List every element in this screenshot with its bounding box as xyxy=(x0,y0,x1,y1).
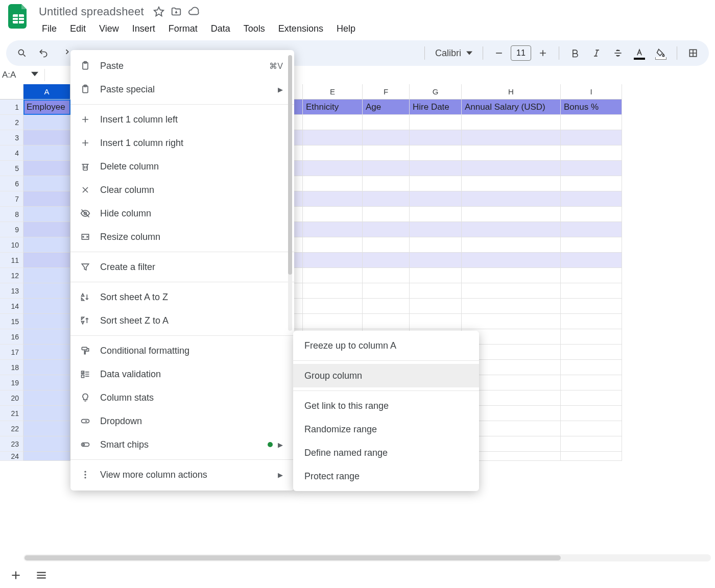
cell[interactable] xyxy=(561,237,622,253)
cell[interactable] xyxy=(462,176,561,191)
row-header[interactable]: 14 xyxy=(0,299,23,314)
cell[interactable] xyxy=(561,253,622,268)
cell[interactable] xyxy=(363,207,410,222)
ctx-resize-column[interactable]: Resize column xyxy=(70,225,294,249)
cell[interactable]: Annual Salary (USD) xyxy=(462,100,561,115)
cell[interactable] xyxy=(363,237,410,253)
sub-define-named-range[interactable]: Define named range xyxy=(293,441,479,464)
cell[interactable] xyxy=(363,253,410,268)
cell[interactable] xyxy=(410,314,462,329)
borders-icon[interactable] xyxy=(684,44,702,62)
add-sheet-icon[interactable] xyxy=(9,569,22,582)
cell[interactable] xyxy=(410,145,462,161)
row-header[interactable]: 6 xyxy=(0,176,23,191)
cell[interactable] xyxy=(303,207,363,222)
row-header[interactable]: 1 xyxy=(0,100,23,115)
search-icon[interactable] xyxy=(13,44,31,62)
sub-get-link[interactable]: Get link to this range xyxy=(293,394,479,418)
cell[interactable] xyxy=(23,345,70,360)
cell[interactable] xyxy=(303,253,363,268)
menu-insert[interactable]: Insert xyxy=(126,20,161,37)
cell[interactable] xyxy=(410,191,462,207)
cell[interactable] xyxy=(23,161,70,176)
cell[interactable] xyxy=(303,268,363,283)
ctx-hide-column[interactable]: Hide column xyxy=(70,202,294,225)
row-header[interactable]: 4 xyxy=(0,145,23,161)
cell[interactable] xyxy=(561,345,622,360)
cell[interactable] xyxy=(462,283,561,299)
ctx-insert-left[interactable]: Insert 1 column left xyxy=(70,108,294,131)
menu-scrollbar[interactable] xyxy=(288,55,292,331)
ctx-smart-chips[interactable]: Smart chips ▶ xyxy=(70,433,294,456)
cell[interactable] xyxy=(303,115,363,130)
ctx-delete-column[interactable]: Delete column xyxy=(70,155,294,178)
cell[interactable] xyxy=(561,452,622,461)
cell[interactable] xyxy=(462,115,561,130)
cell[interactable] xyxy=(561,161,622,176)
cell[interactable] xyxy=(303,237,363,253)
menu-data[interactable]: Data xyxy=(205,20,236,37)
cell[interactable] xyxy=(23,314,70,329)
cell[interactable] xyxy=(462,253,561,268)
row-header[interactable]: 3 xyxy=(0,130,23,145)
cell[interactable] xyxy=(23,299,70,314)
cell[interactable] xyxy=(23,222,70,237)
cell[interactable]: Hire Date xyxy=(410,100,462,115)
cell[interactable] xyxy=(561,207,622,222)
cell[interactable] xyxy=(303,176,363,191)
column-header-g[interactable]: G xyxy=(410,84,462,100)
row-header[interactable]: 20 xyxy=(0,390,23,406)
column-header-a[interactable]: A xyxy=(23,84,70,100)
row-header[interactable]: 23 xyxy=(0,436,23,452)
cell[interactable] xyxy=(561,329,622,345)
cell[interactable] xyxy=(410,237,462,253)
cell[interactable] xyxy=(23,115,70,130)
menu-view[interactable]: View xyxy=(93,20,125,37)
cell[interactable] xyxy=(462,145,561,161)
font-selector[interactable]: Calibri xyxy=(432,48,475,59)
cell[interactable] xyxy=(23,360,70,375)
row-header[interactable]: 21 xyxy=(0,406,23,421)
ctx-view-more-actions[interactable]: View more column actions ▶ xyxy=(70,463,294,486)
cell[interactable] xyxy=(561,314,622,329)
row-header[interactable]: 12 xyxy=(0,268,23,283)
row-header[interactable]: 19 xyxy=(0,375,23,390)
ctx-create-filter[interactable]: Create a filter xyxy=(70,255,294,279)
cell[interactable] xyxy=(303,222,363,237)
menu-edit[interactable]: Edit xyxy=(64,20,92,37)
cell[interactable] xyxy=(462,191,561,207)
cell[interactable] xyxy=(23,375,70,390)
cell[interactable] xyxy=(410,176,462,191)
ctx-sort-az[interactable]: Sort sheet A to Z xyxy=(70,285,294,309)
ctx-paste-special[interactable]: Paste special ▶ xyxy=(70,78,294,101)
ctx-sort-za[interactable]: Sort sheet Z to A xyxy=(70,309,294,332)
sheets-logo-icon[interactable] xyxy=(6,4,31,29)
cell[interactable] xyxy=(303,161,363,176)
cell[interactable] xyxy=(462,161,561,176)
font-size-input[interactable]: 11 xyxy=(511,45,531,61)
ctx-conditional-formatting[interactable]: Conditional formatting xyxy=(70,339,294,362)
strikethrough-icon[interactable] xyxy=(609,44,627,62)
ctx-column-stats[interactable]: Column stats xyxy=(70,386,294,409)
menu-file[interactable]: File xyxy=(36,20,63,37)
cell[interactable] xyxy=(561,360,622,375)
increase-font-size-icon[interactable] xyxy=(534,44,552,62)
cell[interactable] xyxy=(23,406,70,421)
cell[interactable] xyxy=(363,161,410,176)
cell[interactable] xyxy=(561,283,622,299)
cell[interactable] xyxy=(23,390,70,406)
cell[interactable] xyxy=(23,145,70,161)
cell[interactable] xyxy=(410,299,462,314)
column-header-f[interactable]: F xyxy=(363,84,410,100)
cell[interactable] xyxy=(462,237,561,253)
cell[interactable] xyxy=(23,176,70,191)
select-all-corner[interactable] xyxy=(0,84,23,100)
cell[interactable] xyxy=(23,130,70,145)
sub-randomize-range[interactable]: Randomize range xyxy=(293,418,479,441)
horizontal-scrollbar[interactable] xyxy=(23,554,711,561)
ctx-insert-right[interactable]: Insert 1 column right xyxy=(70,131,294,155)
column-header-e[interactable]: E xyxy=(303,84,363,100)
cell[interactable] xyxy=(462,207,561,222)
cell[interactable] xyxy=(561,406,622,421)
decrease-font-size-icon[interactable] xyxy=(490,44,508,62)
